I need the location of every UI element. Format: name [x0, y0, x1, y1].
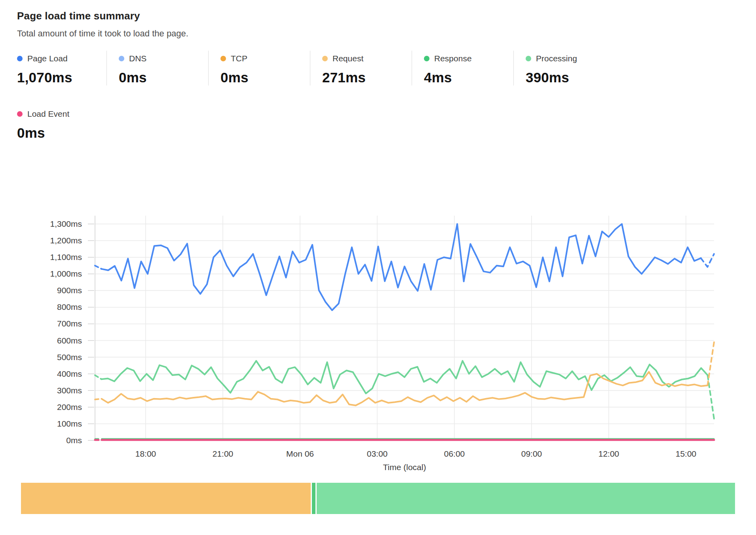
- y-axis-label: 1,100ms: [50, 252, 82, 262]
- x-axis-label: Mon 06: [286, 449, 314, 458]
- y-axis-label: 700ms: [57, 319, 82, 328]
- x-axis-label: 03:00: [367, 449, 388, 458]
- page: { "header": { "title": "Page load time s…: [0, 0, 756, 535]
- bar-segment-processing-share: [317, 483, 735, 514]
- series-page-load-line: [102, 224, 701, 310]
- bar-segment-response-share: [312, 483, 315, 514]
- x-axis-label: 12:00: [598, 449, 619, 458]
- series-request-dash-start: [95, 399, 102, 400]
- y-axis-label: 100ms: [57, 419, 82, 428]
- bar-segment-request-share: [21, 483, 311, 514]
- series-page-load-dash-end: [701, 254, 714, 267]
- y-axis-label: 200ms: [57, 402, 82, 412]
- x-axis-label: 15:00: [676, 449, 697, 458]
- page-load-time-chart[interactable]: 0ms100ms200ms300ms400ms500ms600ms700ms80…: [0, 0, 756, 535]
- y-axis-label: 300ms: [57, 386, 82, 395]
- y-axis-label: 600ms: [57, 336, 82, 345]
- x-axis-label: 18:00: [135, 449, 156, 458]
- y-axis-label: 400ms: [57, 369, 82, 378]
- y-axis-label: 500ms: [57, 353, 82, 362]
- series-page-load-dash-start: [95, 266, 102, 269]
- y-axis-label: 900ms: [57, 286, 82, 295]
- y-axis-label: 800ms: [57, 302, 82, 311]
- x-axis-label: 21:00: [213, 449, 234, 458]
- series-processing-line: [101, 361, 707, 393]
- x-axis-title: Time (local): [383, 463, 426, 472]
- y-axis-label: 1,200ms: [50, 236, 82, 245]
- time-distribution-bar: [21, 483, 735, 514]
- series-processing-dash-start: [95, 375, 101, 379]
- x-axis-label: 09:00: [521, 449, 542, 458]
- y-axis-label: 1,000ms: [50, 269, 82, 278]
- y-axis-label: 0ms: [66, 436, 82, 445]
- y-axis-label: 1,300ms: [50, 219, 82, 228]
- x-axis-label: 06:00: [444, 449, 465, 458]
